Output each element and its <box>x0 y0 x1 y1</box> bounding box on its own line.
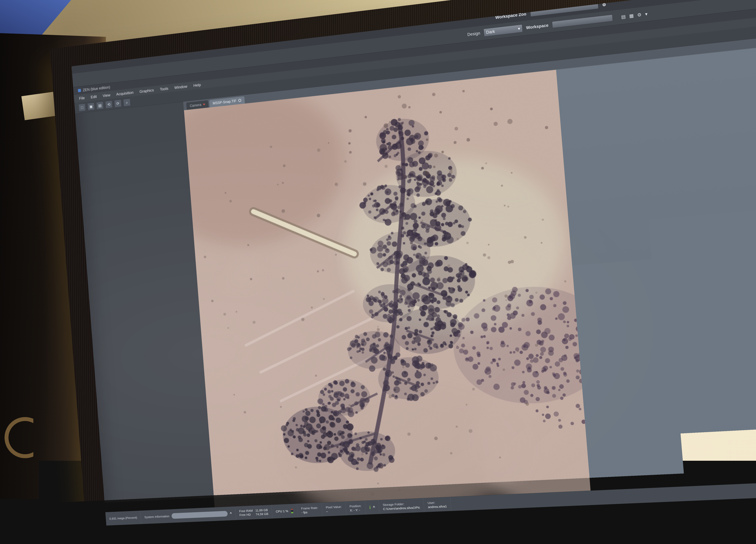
dimensions-icon: ▦ <box>169 111 178 119</box>
image-viewer: Camera MSSP-Snap.TIF <box>183 31 756 507</box>
cpu-meter-icon <box>290 508 294 514</box>
zen-app-icon <box>78 89 81 92</box>
tab-info[interactable]: ⓘ Info <box>177 209 186 221</box>
folder-icon <box>155 529 164 536</box>
menu-item-file[interactable]: File <box>79 96 85 101</box>
mode-timer-button[interactable]: Timer <box>99 200 120 209</box>
slider-thumb[interactable] <box>134 219 137 224</box>
menu-item-view[interactable]: View <box>103 93 110 98</box>
redo-icon[interactable]: ⟳ <box>114 100 122 108</box>
menu-item-edit[interactable]: Edit <box>91 94 97 99</box>
tab-2d[interactable]: ▦ 2D <box>169 111 178 123</box>
workspace-zoom-label: Workspace Zoo <box>495 11 526 20</box>
gear-icon[interactable]: ⚙ <box>602 2 606 7</box>
image-viewport[interactable]: 2 mm <box>184 40 756 507</box>
chrome-icon <box>170 527 179 536</box>
design-label: Design <box>467 31 480 37</box>
continuous-button[interactable]: Continuous <box>121 117 144 127</box>
collapse-chevron-icon[interactable]: ^ <box>373 505 375 509</box>
new-document-icon[interactable]: □ <box>78 104 86 111</box>
file-explorer-taskbar-icon[interactable] <box>154 526 165 538</box>
viewer-empty-area <box>556 40 756 491</box>
design-dropdown[interactable]: Dark ▾ <box>484 24 523 37</box>
interval-slider[interactable] <box>105 219 157 225</box>
zen-app-icon <box>184 526 194 536</box>
workspace-dropdown[interactable] <box>552 15 613 28</box>
workspace-label: Workspace <box>526 23 549 30</box>
set-exposure-button[interactable]: Set Exposure <box>78 121 102 132</box>
status-cpu: CPU 1 % <box>272 504 298 519</box>
interval-value[interactable]: 3 <box>159 215 169 223</box>
layout-columns-icon[interactable]: ▦ <box>629 13 634 19</box>
status-pixel-value: Pixel Value: – <box>322 502 346 516</box>
fossil-specimen-image[interactable]: 2 mm <box>184 70 591 507</box>
objective-stepper[interactable]: 1▴▾ <box>149 152 165 160</box>
zstack-icon <box>84 197 88 201</box>
tab-profile[interactable]: ∿ Profile <box>173 160 182 172</box>
gallery-icon: ▥ <box>171 127 179 135</box>
status-frame-rate: Frame Rate: - fps <box>297 503 323 518</box>
menu-item-help[interactable]: Help <box>193 83 201 88</box>
monitor-screen: Workspace Zoo ⚙ Design Dark ▾ Workspace … <box>72 0 756 543</box>
info-icon: ⓘ <box>177 209 186 217</box>
windows-logo-icon <box>112 530 120 538</box>
chevron-down-icon[interactable]: ▾ <box>645 11 648 17</box>
status-info-toggle: i ^ <box>365 500 380 515</box>
start-button[interactable] <box>110 528 122 540</box>
cube-icon: ◩ <box>172 143 181 151</box>
layout-grid-icon[interactable]: ▤ <box>621 14 626 20</box>
chevron-down-icon: ▾ <box>158 127 160 131</box>
menu-item-graphics[interactable]: Graphics <box>139 88 154 94</box>
info-badge-icon: i <box>369 505 371 510</box>
show-all-toggle[interactable]: Show all <box>150 136 161 141</box>
chevron-down-icon: ▾ <box>143 147 145 151</box>
start-button[interactable]: ▶ Start <box>112 275 151 286</box>
tab-gallery[interactable]: ▥ Gallery <box>170 127 180 139</box>
gear-icon[interactable]: ⚙ <box>637 12 642 18</box>
live-button[interactable]: Live <box>103 119 120 129</box>
show-all-toggle[interactable]: Show all <box>153 171 164 176</box>
status-memory: Free RAM11,89 GB Free HD74,59 GB <box>235 505 273 520</box>
panel-tab-experiment[interactable] <box>94 112 109 120</box>
teams-icon: T <box>140 528 149 537</box>
monitor-bezel: Workspace Zoo ⚙ Design Dark ▾ Workspace … <box>50 0 756 544</box>
tab-measure[interactable]: ⟛ Measure <box>175 193 186 205</box>
undo-icon[interactable]: ⟲ <box>105 101 113 108</box>
tab-2-5d[interactable]: ◩ 2.5D <box>172 143 181 155</box>
scale-bar-label: 2 mm <box>483 430 530 452</box>
open-file-icon[interactable]: ▣ <box>87 103 95 111</box>
system-info-field <box>171 511 228 519</box>
search-icon <box>127 530 134 537</box>
teams-taskbar-icon[interactable]: T <box>139 527 151 539</box>
photo-of-monitor: Workspace Zoo ⚙ Design Dark ▾ Workspace … <box>0 0 756 544</box>
histogram-icon: ▂▅▃ <box>174 176 183 184</box>
status-storage-folder: Storage Folder: C:\Users\andrea.silva1\P… <box>378 498 424 514</box>
status-zoom-info: 0,931 mega (Percent) <box>105 511 141 526</box>
stack-layers-icon <box>116 238 142 265</box>
save-icon[interactable]: ▤ <box>96 102 104 109</box>
menu-item-tools[interactable]: Tools <box>160 86 168 92</box>
zen-taskbar-icon[interactable] <box>183 525 195 537</box>
microscope-stepper[interactable]: 4▴▾ <box>148 143 164 152</box>
window-title: ZEN (blue edition) <box>83 85 110 92</box>
tab-histo[interactable]: ▂▅▃ Histo <box>174 176 183 188</box>
status-user: User: andrea.silva1 <box>423 497 451 512</box>
live-dot-icon <box>203 103 205 105</box>
snap-button[interactable]: Snap <box>145 115 162 125</box>
measure-icon: ⟛ <box>176 193 184 200</box>
chrome-taskbar-icon[interactable] <box>168 526 180 537</box>
panel-tab-camera[interactable] <box>77 114 93 122</box>
chevron-down-icon: ▾ <box>518 26 520 31</box>
zoom-stepper[interactable]: 1▴▾ <box>149 161 165 169</box>
search-button[interactable] <box>125 528 136 539</box>
close-icon[interactable] <box>238 99 241 102</box>
menu-item-window[interactable]: Window <box>174 84 187 90</box>
zstack-preview <box>105 228 154 275</box>
status-position: Position: X: - Y: - <box>345 501 366 515</box>
chevron-down-icon: ▾ <box>144 155 146 159</box>
zoom-tool-icon[interactable]: ⌕ <box>123 99 131 107</box>
play-icon: ▶ <box>126 279 129 283</box>
chevron-down-icon: ▾ <box>145 164 146 168</box>
collapse-chevron-icon[interactable]: ^ <box>230 511 232 516</box>
menu-item-acquisition[interactable]: Acquisition <box>116 90 134 96</box>
